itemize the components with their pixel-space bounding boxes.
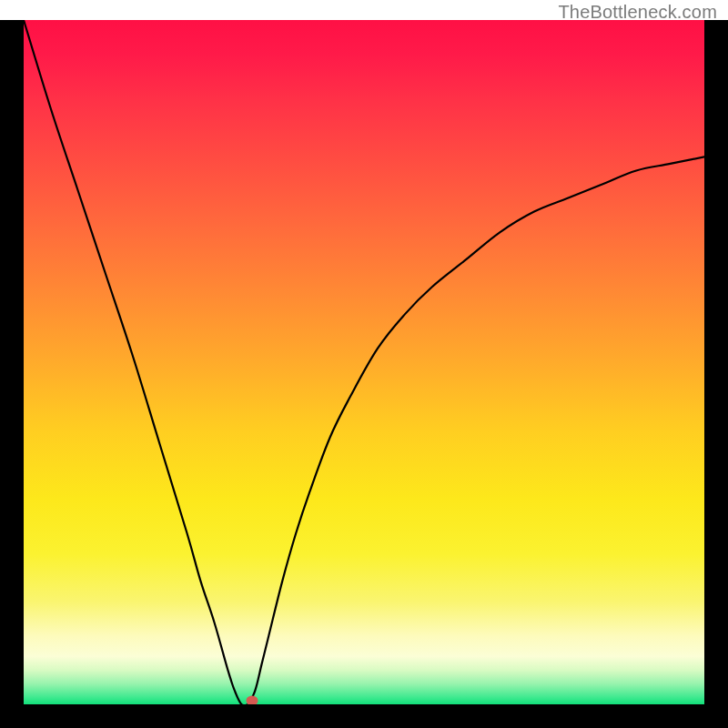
curve-left [24,20,248,704]
curve-right [248,157,704,704]
chart-frame [0,20,728,728]
bottleneck-curve [24,20,704,704]
bottleneck-marker [246,696,258,704]
plot-area [24,20,704,704]
watermark-text: TheBottleneck.com [558,2,717,23]
chart-root: TheBottleneck.com [0,0,728,728]
